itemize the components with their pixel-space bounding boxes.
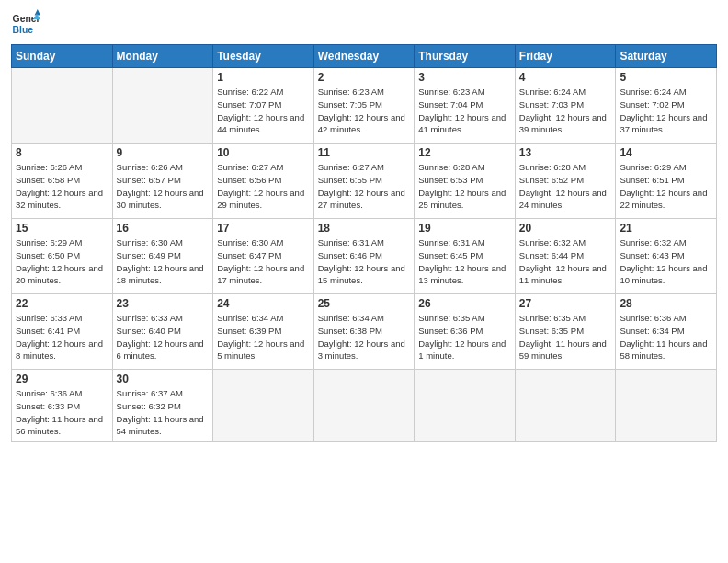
calendar-cell: 22Sunrise: 6:33 AMSunset: 6:41 PMDayligh…: [12, 294, 113, 370]
calendar-cell: 1Sunrise: 6:22 AMSunset: 7:07 PMDaylight…: [213, 68, 314, 144]
day-info: Sunrise: 6:32 AMSunset: 6:43 PMDaylight:…: [620, 236, 712, 287]
day-info: Sunrise: 6:33 AMSunset: 6:40 PMDaylight:…: [117, 312, 210, 362]
calendar-cell: 29Sunrise: 6:36 AMSunset: 6:33 PMDayligh…: [12, 370, 113, 442]
calendar-cell: 30Sunrise: 6:37 AMSunset: 6:32 PMDayligh…: [112, 370, 213, 442]
calendar-cell: 23Sunrise: 6:33 AMSunset: 6:40 PMDayligh…: [112, 294, 213, 370]
day-info: Sunrise: 6:33 AMSunset: 6:41 PMDaylight:…: [16, 312, 108, 362]
calendar-cell: [415, 370, 516, 442]
col-header-wednesday: Wednesday: [313, 45, 415, 68]
day-number: 28: [620, 297, 712, 310]
day-info: Sunrise: 6:28 AMSunset: 6:53 PMDaylight:…: [418, 161, 511, 212]
day-number: 4: [519, 71, 612, 84]
day-number: 27: [519, 297, 612, 310]
calendar-cell: [112, 68, 213, 144]
day-info: Sunrise: 6:27 AMSunset: 6:56 PMDaylight:…: [217, 161, 310, 212]
calendar-cell: 19Sunrise: 6:31 AMSunset: 6:45 PMDayligh…: [415, 219, 516, 294]
day-number: 29: [16, 373, 108, 385]
calendar-cell: [616, 370, 717, 442]
day-number: 3: [418, 71, 511, 84]
calendar-cell: 21Sunrise: 6:32 AMSunset: 6:43 PMDayligh…: [616, 219, 717, 294]
day-info: Sunrise: 6:26 AMSunset: 6:57 PMDaylight:…: [117, 161, 210, 212]
calendar-cell: 24Sunrise: 6:34 AMSunset: 6:39 PMDayligh…: [213, 294, 314, 370]
day-number: 2: [318, 71, 411, 84]
calendar-cell: 11Sunrise: 6:27 AMSunset: 6:55 PMDayligh…: [313, 144, 415, 219]
day-info: Sunrise: 6:35 AMSunset: 6:36 PMDaylight:…: [418, 312, 511, 362]
day-info: Sunrise: 6:35 AMSunset: 6:35 PMDaylight:…: [519, 312, 612, 362]
calendar-cell: [515, 370, 616, 442]
day-info: Sunrise: 6:23 AMSunset: 7:05 PMDaylight:…: [318, 86, 411, 136]
calendar-cell: 10Sunrise: 6:27 AMSunset: 6:56 PMDayligh…: [213, 144, 314, 219]
day-info: Sunrise: 6:36 AMSunset: 6:33 PMDaylight:…: [16, 387, 108, 438]
day-info: Sunrise: 6:30 AMSunset: 6:47 PMDaylight:…: [217, 236, 310, 287]
calendar-table: SundayMondayTuesdayWednesdayThursdayFrid…: [11, 44, 717, 442]
calendar-week-row: 15Sunrise: 6:29 AMSunset: 6:50 PMDayligh…: [12, 219, 717, 294]
day-number: 12: [418, 146, 511, 159]
day-info: Sunrise: 6:31 AMSunset: 6:46 PMDaylight:…: [318, 236, 411, 287]
calendar-cell: 17Sunrise: 6:30 AMSunset: 6:47 PMDayligh…: [213, 219, 314, 294]
col-header-monday: Monday: [112, 45, 213, 68]
calendar-cell: 25Sunrise: 6:34 AMSunset: 6:38 PMDayligh…: [313, 294, 415, 370]
day-number: 21: [620, 222, 712, 235]
calendar-cell: 9Sunrise: 6:26 AMSunset: 6:57 PMDaylight…: [112, 144, 213, 219]
day-number: 25: [318, 297, 411, 310]
day-info: Sunrise: 6:30 AMSunset: 6:49 PMDaylight:…: [117, 236, 210, 287]
calendar-cell: 14Sunrise: 6:29 AMSunset: 6:51 PMDayligh…: [616, 144, 717, 219]
day-number: 5: [620, 71, 712, 84]
logo: General Blue: [11, 9, 40, 39]
day-info: Sunrise: 6:24 AMSunset: 7:03 PMDaylight:…: [519, 86, 612, 136]
calendar-week-row: 1Sunrise: 6:22 AMSunset: 7:07 PMDaylight…: [12, 68, 717, 144]
logo-icon: General Blue: [11, 9, 40, 39]
day-info: Sunrise: 6:36 AMSunset: 6:34 PMDaylight:…: [620, 312, 712, 362]
day-info: Sunrise: 6:24 AMSunset: 7:02 PMDaylight:…: [620, 86, 712, 136]
day-info: Sunrise: 6:29 AMSunset: 6:51 PMDaylight:…: [620, 161, 712, 212]
calendar-cell: 8Sunrise: 6:26 AMSunset: 6:58 PMDaylight…: [12, 144, 113, 219]
day-number: 1: [217, 71, 310, 84]
day-number: 23: [117, 297, 210, 310]
day-info: Sunrise: 6:26 AMSunset: 6:58 PMDaylight:…: [16, 161, 108, 212]
day-info: Sunrise: 6:27 AMSunset: 6:55 PMDaylight:…: [318, 161, 411, 212]
day-info: Sunrise: 6:23 AMSunset: 7:04 PMDaylight:…: [418, 86, 511, 136]
calendar-cell: 18Sunrise: 6:31 AMSunset: 6:46 PMDayligh…: [313, 219, 415, 294]
day-number: 24: [217, 297, 310, 310]
day-number: 30: [117, 373, 210, 385]
col-header-friday: Friday: [515, 45, 616, 68]
calendar-cell: [213, 370, 314, 442]
day-number: 16: [117, 222, 210, 235]
day-info: Sunrise: 6:32 AMSunset: 6:44 PMDaylight:…: [519, 236, 612, 287]
day-number: 15: [16, 222, 108, 235]
day-info: Sunrise: 6:31 AMSunset: 6:45 PMDaylight:…: [418, 236, 511, 287]
calendar-cell: 5Sunrise: 6:24 AMSunset: 7:02 PMDaylight…: [616, 68, 717, 144]
calendar-cell: 15Sunrise: 6:29 AMSunset: 6:50 PMDayligh…: [12, 219, 113, 294]
calendar-cell: 3Sunrise: 6:23 AMSunset: 7:04 PMDaylight…: [415, 68, 516, 144]
day-number: 14: [620, 146, 712, 159]
calendar-cell: 16Sunrise: 6:30 AMSunset: 6:49 PMDayligh…: [112, 219, 213, 294]
calendar-header-row: SundayMondayTuesdayWednesdayThursdayFrid…: [12, 45, 717, 68]
svg-marker-2: [35, 9, 40, 15]
calendar-cell: [12, 68, 113, 144]
day-info: Sunrise: 6:34 AMSunset: 6:38 PMDaylight:…: [318, 312, 411, 362]
day-number: 10: [217, 146, 310, 159]
calendar-week-row: 22Sunrise: 6:33 AMSunset: 6:41 PMDayligh…: [12, 294, 717, 370]
day-info: Sunrise: 6:37 AMSunset: 6:32 PMDaylight:…: [117, 387, 210, 438]
col-header-saturday: Saturday: [616, 45, 717, 68]
page-container: General Blue SundayMondayTuesdayWednesda…: [0, 0, 728, 563]
day-number: 22: [16, 297, 108, 310]
day-number: 19: [418, 222, 511, 235]
day-number: 17: [217, 222, 310, 235]
day-number: 18: [318, 222, 411, 235]
day-number: 20: [519, 222, 612, 235]
day-number: 13: [519, 146, 612, 159]
day-number: 26: [418, 297, 511, 310]
calendar-cell: 13Sunrise: 6:28 AMSunset: 6:52 PMDayligh…: [515, 144, 616, 219]
col-header-sunday: Sunday: [12, 45, 113, 68]
day-info: Sunrise: 6:28 AMSunset: 6:52 PMDaylight:…: [519, 161, 612, 212]
day-number: 8: [16, 146, 108, 159]
calendar-cell: [313, 370, 415, 442]
header: General Blue: [11, 9, 717, 39]
calendar-cell: 12Sunrise: 6:28 AMSunset: 6:53 PMDayligh…: [415, 144, 516, 219]
calendar-week-row: 8Sunrise: 6:26 AMSunset: 6:58 PMDaylight…: [12, 144, 717, 219]
day-info: Sunrise: 6:34 AMSunset: 6:39 PMDaylight:…: [217, 312, 310, 362]
calendar-cell: 26Sunrise: 6:35 AMSunset: 6:36 PMDayligh…: [415, 294, 516, 370]
day-number: 9: [117, 146, 210, 159]
calendar-cell: 27Sunrise: 6:35 AMSunset: 6:35 PMDayligh…: [515, 294, 616, 370]
